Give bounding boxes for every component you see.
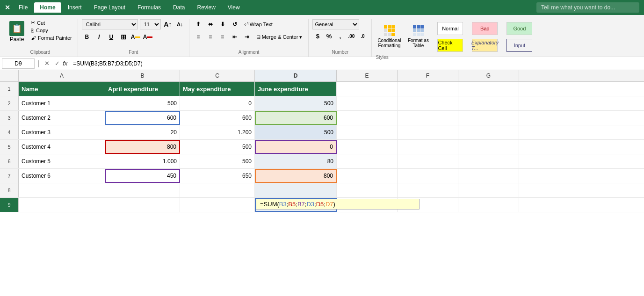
- cell-a4[interactable]: Customer 3: [19, 125, 105, 139]
- cell-g9[interactable]: [458, 198, 519, 212]
- align-middle-button[interactable]: ⬌: [205, 19, 216, 29]
- cell-c5[interactable]: 500: [180, 140, 255, 154]
- font-name-select[interactable]: Calibri: [82, 19, 138, 29]
- cell-a8[interactable]: [19, 183, 105, 197]
- cell-c6[interactable]: 500: [180, 154, 255, 168]
- tab-review[interactable]: Review: [191, 2, 221, 13]
- cell-b7[interactable]: 450: [105, 169, 180, 183]
- cell-a3[interactable]: Customer 2: [19, 111, 105, 125]
- col-header-c[interactable]: C: [180, 70, 255, 81]
- cell-c9[interactable]: [180, 198, 255, 212]
- cell-d2[interactable]: 500: [255, 96, 337, 110]
- align-right-button[interactable]: ≡: [217, 32, 228, 42]
- cell-f5[interactable]: [398, 140, 458, 154]
- cell-f7[interactable]: [398, 169, 458, 183]
- conditional-formatting-button[interactable]: ConditionalFormatting: [376, 21, 403, 50]
- explanatory-style-button[interactable]: Explanatory T...: [468, 38, 501, 54]
- align-center-button[interactable]: ≡: [205, 32, 216, 42]
- cell-e2[interactable]: [337, 96, 398, 110]
- cell-f1[interactable]: [398, 82, 458, 96]
- cell-e8[interactable]: [337, 183, 398, 197]
- format-as-table-button[interactable]: Format asTable: [405, 21, 432, 50]
- align-top-button[interactable]: ⬆: [193, 19, 203, 29]
- align-bottom-button[interactable]: ⬇: [217, 19, 228, 29]
- cell-b2[interactable]: 500: [105, 96, 180, 110]
- increase-indent-button[interactable]: ⇥: [242, 32, 252, 42]
- cell-a1[interactable]: Name: [19, 82, 105, 96]
- normal-style-button[interactable]: Normal: [434, 21, 467, 37]
- underline-button[interactable]: U: [106, 32, 116, 42]
- input-style-button[interactable]: Input: [503, 38, 536, 54]
- cell-e1[interactable]: [337, 82, 398, 96]
- cell-b6[interactable]: 1.000: [105, 154, 180, 168]
- cell-c7[interactable]: 650: [180, 169, 255, 183]
- format-painter-button[interactable]: 🖌 Format Painter: [29, 35, 74, 41]
- cell-d7[interactable]: 800: [255, 169, 337, 183]
- percent-button[interactable]: %: [324, 31, 334, 41]
- cell-c2[interactable]: 0: [180, 96, 255, 110]
- cell-f4[interactable]: [398, 125, 458, 139]
- decrease-decimal-button[interactable]: .0: [357, 31, 368, 41]
- cut-button[interactable]: ✂ Cut: [29, 19, 74, 26]
- cell-b1[interactable]: April expenditure: [105, 82, 180, 96]
- cell-c3[interactable]: 600: [180, 111, 255, 125]
- cell-a7[interactable]: Customer 6: [19, 169, 105, 183]
- tab-home[interactable]: Home: [34, 2, 61, 13]
- decrease-font-button[interactable]: A↓: [175, 19, 185, 29]
- merge-dropdown-icon[interactable]: ▾: [299, 34, 302, 40]
- col-header-g[interactable]: G: [458, 70, 519, 81]
- tab-insert[interactable]: Insert: [62, 2, 87, 13]
- cell-b9[interactable]: [105, 198, 180, 212]
- merge-center-button[interactable]: ⊟ Merge & Center ▾: [254, 33, 305, 41]
- font-size-select[interactable]: 11: [140, 19, 161, 29]
- cell-d1[interactable]: June expenditure: [255, 82, 337, 96]
- cell-g4[interactable]: [458, 125, 519, 139]
- cell-a2[interactable]: Customer 1: [19, 96, 105, 110]
- cell-g1[interactable]: [458, 82, 519, 96]
- cell-g8[interactable]: [458, 183, 519, 197]
- tab-page-layout[interactable]: Page Layout: [88, 2, 131, 13]
- confirm-formula-button[interactable]: ✓: [52, 59, 62, 68]
- cell-g5[interactable]: [458, 140, 519, 154]
- cell-f3[interactable]: [398, 111, 458, 125]
- decrease-indent-button[interactable]: ⇤: [230, 32, 240, 42]
- col-header-e[interactable]: E: [337, 70, 398, 81]
- cell-d5[interactable]: 0: [255, 140, 337, 154]
- cell-d8[interactable]: [255, 183, 337, 197]
- currency-button[interactable]: $: [312, 31, 323, 41]
- formula-input[interactable]: [71, 60, 642, 67]
- cell-e7[interactable]: [337, 169, 398, 183]
- cell-b8[interactable]: [105, 183, 180, 197]
- cell-g2[interactable]: [458, 96, 519, 110]
- paste-button[interactable]: 📋 Paste: [7, 19, 27, 44]
- cell-d9[interactable]: =SUM(B3;B5;B7;D3;D5;D7): [255, 198, 337, 212]
- cell-a9[interactable]: [19, 198, 105, 212]
- cell-b3[interactable]: 600: [105, 111, 180, 125]
- tab-file[interactable]: File: [13, 2, 33, 13]
- cell-g3[interactable]: [458, 111, 519, 125]
- cell-d6[interactable]: 80: [255, 154, 337, 168]
- bold-button[interactable]: B: [82, 32, 92, 42]
- cell-c4[interactable]: 1.200: [180, 125, 255, 139]
- comma-button[interactable]: ,: [335, 31, 345, 41]
- copy-button[interactable]: ⎘ Copy: [29, 27, 74, 34]
- cell-e5[interactable]: [337, 140, 398, 154]
- cell-c8[interactable]: [180, 183, 255, 197]
- cell-e4[interactable]: [337, 125, 398, 139]
- cell-g6[interactable]: [458, 154, 519, 168]
- increase-decimal-button[interactable]: .00: [346, 31, 356, 41]
- fill-color-button[interactable]: A: [130, 32, 141, 42]
- cell-e3[interactable]: [337, 111, 398, 125]
- cell-a5[interactable]: Customer 4: [19, 140, 105, 154]
- cell-f8[interactable]: [398, 183, 458, 197]
- cell-f6[interactable]: [398, 154, 458, 168]
- tab-formulas[interactable]: Formulas: [132, 2, 166, 13]
- col-header-b[interactable]: B: [105, 70, 180, 81]
- col-header-f[interactable]: F: [398, 70, 458, 81]
- align-left-button[interactable]: ≡: [193, 32, 203, 42]
- font-color-button[interactable]: A: [143, 32, 153, 42]
- border-button[interactable]: ⊞: [118, 32, 129, 42]
- text-direction-button[interactable]: ↺: [230, 19, 240, 29]
- cell-d3[interactable]: 600: [255, 111, 337, 125]
- tab-data[interactable]: Data: [167, 2, 190, 13]
